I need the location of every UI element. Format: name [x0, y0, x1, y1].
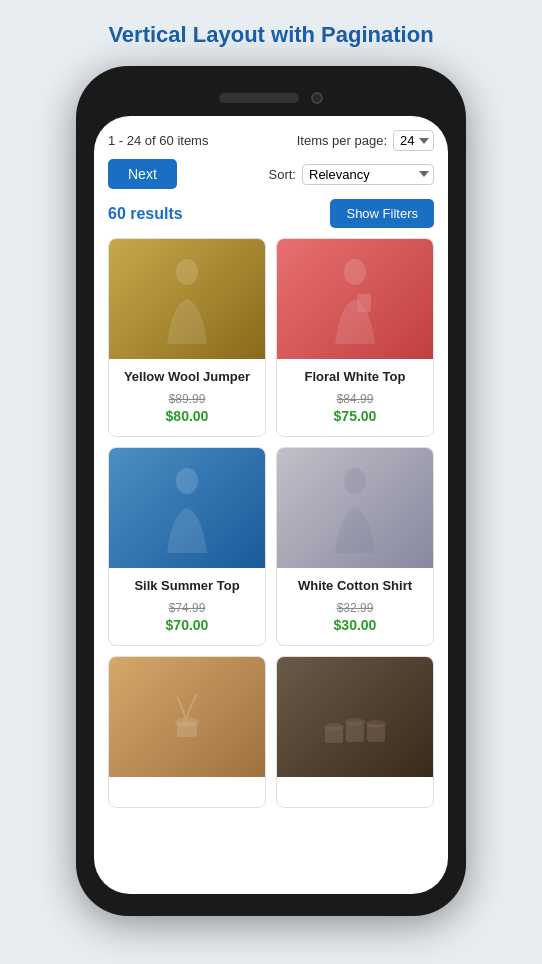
product-info	[277, 777, 433, 807]
original-price: $74.99	[119, 601, 255, 615]
person-casual-icon	[109, 448, 265, 568]
product-info	[109, 777, 265, 807]
page-title: Vertical Layout with Pagination	[0, 0, 542, 66]
product-grid: Yellow Wool Jumper $89.99 $80.00	[108, 238, 434, 822]
sale-price: $30.00	[287, 617, 423, 633]
svg-point-0	[176, 259, 198, 285]
original-price: $89.99	[119, 392, 255, 406]
items-per-page-select[interactable]: 24 12 48 96	[393, 130, 434, 151]
items-per-page-label: Items per page:	[297, 133, 387, 148]
screen-content: 1 - 24 of 60 items Items per page: 24 12…	[94, 116, 448, 894]
items-per-page-control: Items per page: 24 12 48 96	[297, 130, 434, 151]
sale-price: $80.00	[119, 408, 255, 424]
product-card[interactable]: Silk Summer Top $74.99 $70.00	[108, 447, 266, 646]
sort-label: Sort:	[269, 167, 296, 182]
original-price: $32.99	[287, 601, 423, 615]
person-in-field-icon	[109, 239, 265, 359]
product-card[interactable]: White Cotton Shirt $32.99 $30.00	[276, 447, 434, 646]
sort-control: Sort: Relevancy Price: Low to High Price…	[269, 164, 434, 185]
svg-point-1	[344, 259, 366, 285]
svg-point-12	[366, 720, 386, 728]
pagination-top-row: 1 - 24 of 60 items Items per page: 24 12…	[108, 130, 434, 151]
product-name: White Cotton Shirt	[287, 578, 423, 593]
items-info: 1 - 24 of 60 items	[108, 133, 208, 148]
product-info: Yellow Wool Jumper $89.99 $80.00	[109, 359, 265, 436]
pagination-bottom-row: Next Sort: Relevancy Price: Low to High …	[108, 159, 434, 189]
sort-select[interactable]: Relevancy Price: Low to High Price: High…	[302, 164, 434, 185]
product-card[interactable]: Floral White Top $84.99 $75.00	[276, 238, 434, 437]
svg-point-4	[344, 468, 366, 494]
svg-rect-2	[357, 294, 371, 312]
dark-pots-icon	[277, 657, 433, 777]
product-card[interactable]	[276, 656, 434, 808]
product-info: White Cotton Shirt $32.99 $30.00	[277, 568, 433, 645]
product-name: Yellow Wool Jumper	[119, 369, 255, 384]
product-card[interactable]: Yellow Wool Jumper $89.99 $80.00	[108, 238, 266, 437]
person-with-folder-icon	[277, 239, 433, 359]
sale-price: $70.00	[119, 617, 255, 633]
svg-point-8	[324, 723, 344, 731]
original-price: $84.99	[287, 392, 423, 406]
plant-pot-icon	[109, 657, 265, 777]
phone-screen: 1 - 24 of 60 items Items per page: 24 12…	[94, 116, 448, 894]
svg-point-10	[345, 718, 365, 726]
product-name: Silk Summer Top	[119, 578, 255, 593]
product-name: Floral White Top	[287, 369, 423, 384]
next-button[interactable]: Next	[108, 159, 177, 189]
phone-frame: 1 - 24 of 60 items Items per page: 24 12…	[76, 66, 466, 916]
sale-price: $75.00	[287, 408, 423, 424]
results-bar: 60 results Show Filters	[108, 199, 434, 228]
svg-point-3	[176, 468, 198, 494]
phone-speaker	[219, 93, 299, 103]
person-white-shirt-icon	[277, 448, 433, 568]
results-count: 60 results	[108, 205, 183, 223]
show-filters-button[interactable]: Show Filters	[330, 199, 434, 228]
phone-camera	[311, 92, 323, 104]
product-info: Floral White Top $84.99 $75.00	[277, 359, 433, 436]
product-card[interactable]	[108, 656, 266, 808]
product-info: Silk Summer Top $74.99 $70.00	[109, 568, 265, 645]
phone-notch	[94, 84, 448, 112]
